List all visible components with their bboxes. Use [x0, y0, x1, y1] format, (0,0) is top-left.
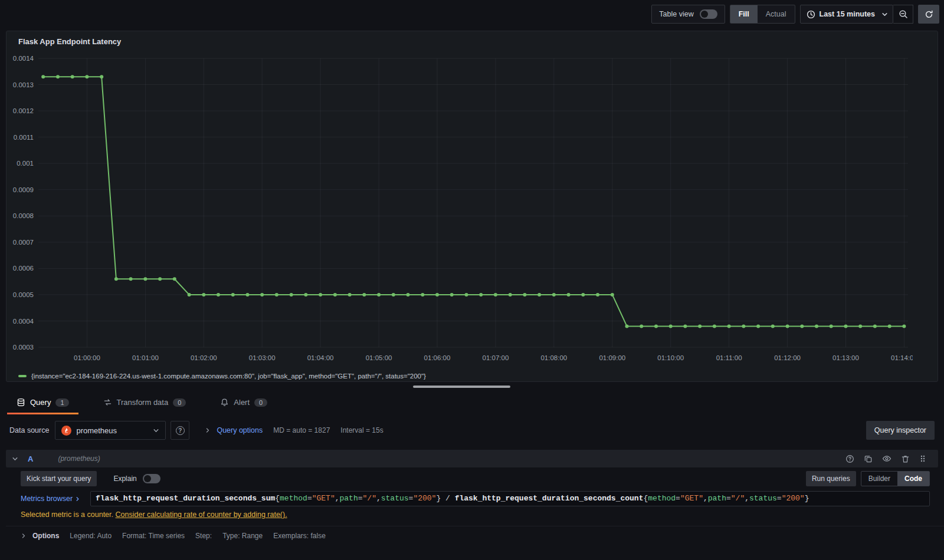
- kick-start-query-button[interactable]: Kick start your query: [21, 471, 97, 486]
- svg-text:0.001: 0.001: [17, 160, 34, 167]
- tab-label: Transform data: [117, 398, 169, 407]
- svg-text:01:01:00: 01:01:00: [132, 354, 159, 361]
- horizontal-scrollbar[interactable]: [413, 386, 510, 388]
- explain-control: Explain: [113, 474, 160, 483]
- clock-icon: [807, 10, 815, 19]
- trash-icon[interactable]: [901, 454, 910, 463]
- svg-text:01:08:00: 01:08:00: [540, 354, 567, 361]
- svg-text:0.0005: 0.0005: [13, 291, 34, 298]
- tab-query[interactable]: Query 1: [7, 393, 78, 414]
- svg-text:01:14:00: 01:14:00: [891, 354, 913, 361]
- zoom-out-icon: [899, 9, 908, 19]
- editor-tabs: Query 1 Transform data 0 Alert 0: [7, 393, 944, 414]
- chevron-down-icon: [153, 427, 159, 434]
- panel-editor-topbar: Table view Fill Actual Last 15 minutes: [0, 0, 944, 28]
- bell-icon: [220, 398, 229, 407]
- svg-text:01:10:00: 01:10:00: [657, 354, 684, 361]
- chevron-right-icon: [21, 533, 27, 539]
- table-view-toggle[interactable]: [700, 9, 717, 19]
- query-options-toggle[interactable]: Query options: [205, 426, 263, 434]
- query-row-header[interactable]: A (prometheus): [6, 450, 938, 467]
- transform-icon: [103, 398, 112, 407]
- legend-item[interactable]: {instance="ec2-184-169-216-224.us-west-1…: [11, 370, 933, 381]
- explain-toggle[interactable]: [143, 474, 160, 483]
- svg-text:01:11:00: 01:11:00: [716, 354, 742, 361]
- series-color-swatch: [18, 375, 27, 377]
- chevron-down-icon[interactable]: [12, 456, 18, 462]
- tab-transform-data[interactable]: Transform data 0: [94, 393, 196, 414]
- tab-badge: 0: [173, 398, 186, 407]
- tab-badge: 0: [254, 398, 267, 407]
- svg-text:01:00:00: 01:00:00: [74, 354, 100, 361]
- svg-text:01:04:00: 01:04:00: [307, 354, 334, 361]
- counter-warning: Selected metric is a counter. Consider c…: [21, 510, 930, 519]
- duplicate-icon[interactable]: [864, 454, 873, 463]
- option-step: Step:: [195, 532, 212, 540]
- svg-text:0.0013: 0.0013: [13, 81, 34, 88]
- max-data-points-stat: MD = auto = 1827: [273, 426, 330, 434]
- time-range-picker[interactable]: Last 15 minutes: [800, 5, 893, 24]
- tab-label: Query: [30, 398, 51, 407]
- svg-text:01:09:00: 01:09:00: [599, 354, 625, 361]
- metrics-browser-toggle[interactable]: Metrics browser: [21, 495, 90, 503]
- interval-stat: Interval = 15s: [340, 426, 383, 434]
- option-type: Type: Range: [222, 532, 263, 540]
- timeseries-panel: Flask App Endpoint Latency 0.00140.00130…: [6, 31, 938, 382]
- query-editor-body: Kick start your query Explain Run querie…: [6, 471, 938, 540]
- options-collapse-toggle[interactable]: Options: [21, 532, 59, 540]
- fill-actual-segmented: Fill Actual: [730, 5, 795, 24]
- query-editor-toolbar: Kick start your query Explain Run querie…: [21, 471, 930, 486]
- refresh-button[interactable]: [918, 5, 939, 24]
- table-view-label: Table view: [659, 10, 693, 18]
- toggle-knob: [701, 11, 708, 18]
- query-options-row: Options Legend: Auto Format: Time series…: [6, 526, 944, 540]
- svg-text:01:05:00: 01:05:00: [366, 354, 392, 361]
- query-row-actions: [845, 454, 926, 463]
- option-legend: Legend: Auto: [70, 532, 112, 540]
- actual-button[interactable]: Actual: [758, 5, 795, 23]
- datasource-value: prometheus: [76, 426, 117, 435]
- fill-button[interactable]: Fill: [730, 5, 758, 23]
- help-icon[interactable]: [845, 454, 854, 463]
- promql-query-input[interactable]: flask_http_request_duration_seconds_sum{…: [90, 491, 930, 506]
- datasource-help-button[interactable]: ?: [171, 421, 189, 440]
- drag-handle-icon[interactable]: [919, 454, 926, 463]
- chevron-right-icon: [75, 496, 80, 502]
- zoom-out-button[interactable]: [893, 5, 913, 24]
- tab-badge: 1: [55, 398, 68, 407]
- query-ref-id: A: [28, 454, 33, 463]
- option-exemplars: Exemplars: false: [273, 532, 326, 540]
- run-queries-button[interactable]: Run queries: [806, 471, 856, 486]
- panel-title: Flask App Endpoint Latency: [11, 35, 933, 51]
- toggle-knob: [144, 475, 151, 482]
- chevron-right-icon: [205, 427, 211, 433]
- svg-text:0.0007: 0.0007: [13, 239, 34, 246]
- svg-text:0.0003: 0.0003: [13, 344, 34, 351]
- query-datasource-hint: (prometheus): [58, 454, 100, 463]
- datasource-toolbar: Data source prometheus ? Query options M…: [9, 420, 935, 440]
- svg-text:0.0012: 0.0012: [13, 107, 34, 114]
- query-inspector-button[interactable]: Query inspector: [866, 421, 935, 440]
- question-circle-icon: ?: [176, 426, 185, 435]
- eye-icon[interactable]: [882, 454, 891, 463]
- option-format: Format: Time series: [122, 532, 185, 540]
- database-icon: [17, 398, 25, 407]
- builder-code-segmented: Builder Code: [861, 471, 930, 486]
- options-label: Options: [32, 532, 59, 540]
- warning-text: Selected metric is a counter.: [21, 510, 113, 519]
- query-options-label: Query options: [217, 426, 263, 434]
- svg-text:01:13:00: 01:13:00: [832, 354, 859, 361]
- promql-editor-row: Metrics browser flask_http_request_durat…: [21, 491, 930, 506]
- svg-text:01:06:00: 01:06:00: [424, 354, 451, 361]
- add-rate-link[interactable]: Consider calculating rate of counter by …: [116, 510, 287, 519]
- tab-alert[interactable]: Alert 0: [211, 393, 277, 414]
- svg-text:0.0004: 0.0004: [13, 318, 34, 325]
- svg-text:01:12:00: 01:12:00: [774, 354, 801, 361]
- datasource-select[interactable]: prometheus: [55, 421, 166, 440]
- builder-button[interactable]: Builder: [861, 472, 897, 486]
- chevron-down-icon: [881, 11, 888, 18]
- svg-text:0.0008: 0.0008: [13, 212, 34, 219]
- svg-text:0.0011: 0.0011: [14, 134, 34, 141]
- code-button[interactable]: Code: [897, 472, 929, 486]
- table-view-control: Table view: [651, 5, 725, 24]
